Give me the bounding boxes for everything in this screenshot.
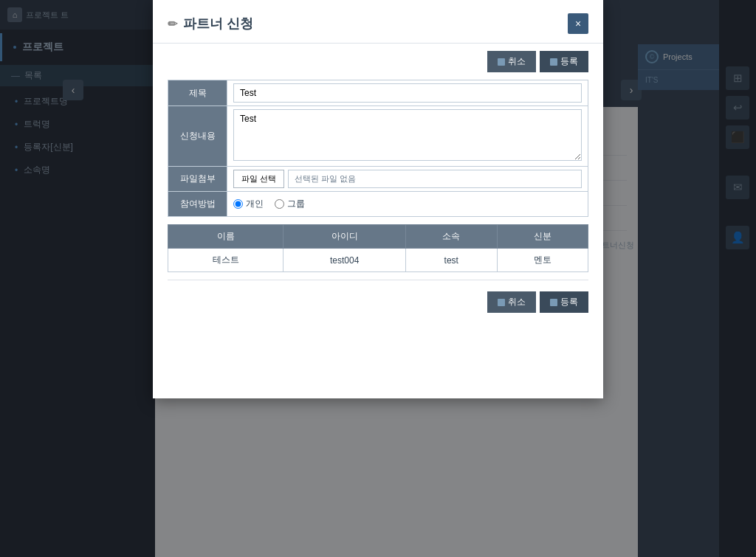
pencil-icon: ✏ (168, 17, 177, 31)
modal-footer: 취소 등록 (153, 280, 603, 324)
cancel-button-top[interactable]: 취소 (487, 51, 536, 72)
table-cell: test (406, 249, 497, 272)
file-label: 파일첨부 (168, 167, 227, 192)
file-select-button[interactable]: 파일 선택 (233, 170, 284, 188)
title-input-cell (227, 80, 588, 106)
modal-backdrop: ✏ 파트너 신청 × 취소 등록 제목 (0, 0, 756, 557)
content-label: 신청내용 (168, 106, 227, 167)
file-input-wrapper: 파일 선택 선택된 파일 없음 (233, 170, 582, 188)
title-input[interactable] (233, 83, 582, 103)
cancel-icon-top (498, 58, 505, 66)
col-header-id: 아이디 (284, 225, 406, 249)
form-row-title: 제목 (168, 80, 588, 106)
submit-button-bottom[interactable]: 등록 (540, 291, 588, 313)
participation-label: 참여방법 (168, 192, 227, 217)
form-row-file: 파일첨부 파일 선택 선택된 파일 없음 (168, 167, 588, 192)
form-row-content: 신청내용 Test (168, 106, 588, 167)
radio-group-label[interactable]: 그룹 (275, 198, 305, 210)
modal: ✏ 파트너 신청 × 취소 등록 제목 (153, 0, 603, 398)
modal-header: ✏ 파트너 신청 × (153, 0, 603, 44)
radio-individual[interactable] (233, 199, 243, 209)
table-header-row: 이름 아이디 소속 신분 (168, 225, 588, 249)
title-label: 제목 (168, 80, 227, 106)
participation-input-cell: 개인 그룹 (227, 192, 588, 217)
table-cell: 멘토 (497, 249, 588, 272)
modal-title: ✏ 파트너 신청 (168, 15, 253, 32)
file-name-display: 선택된 파일 없음 (288, 170, 582, 188)
file-input-cell: 파일 선택 선택된 파일 없음 (227, 167, 588, 192)
submit-icon-bottom (550, 299, 557, 306)
form-row-participation: 참여방법 개인 그룹 (168, 192, 588, 217)
submit-icon-top (550, 58, 557, 66)
modal-close-button[interactable]: × (568, 13, 588, 34)
table-cell: test004 (284, 249, 406, 272)
radio-group[interactable] (275, 199, 284, 209)
table-cell: 테스트 (168, 249, 284, 272)
content-textarea[interactable]: Test (233, 109, 582, 161)
col-header-affiliation: 소속 (406, 225, 497, 249)
data-table: 이름 아이디 소속 신분 테스트test004test멘토 (168, 224, 588, 272)
form-table: 제목 신청내용 Test 파일첨부 파일 (168, 80, 588, 217)
content-input-cell: Test (227, 106, 588, 167)
cancel-button-bottom[interactable]: 취소 (487, 291, 536, 313)
col-header-name: 이름 (168, 225, 284, 249)
submit-button-top[interactable]: 등록 (540, 51, 588, 72)
radio-group: 개인 그룹 (233, 198, 582, 210)
col-header-role: 신분 (497, 225, 588, 249)
radio-individual-label[interactable]: 개인 (233, 198, 264, 210)
modal-top-toolbar: 취소 등록 (153, 44, 603, 80)
cancel-icon-bottom (498, 299, 505, 306)
table-row: 테스트test004test멘토 (168, 249, 588, 272)
